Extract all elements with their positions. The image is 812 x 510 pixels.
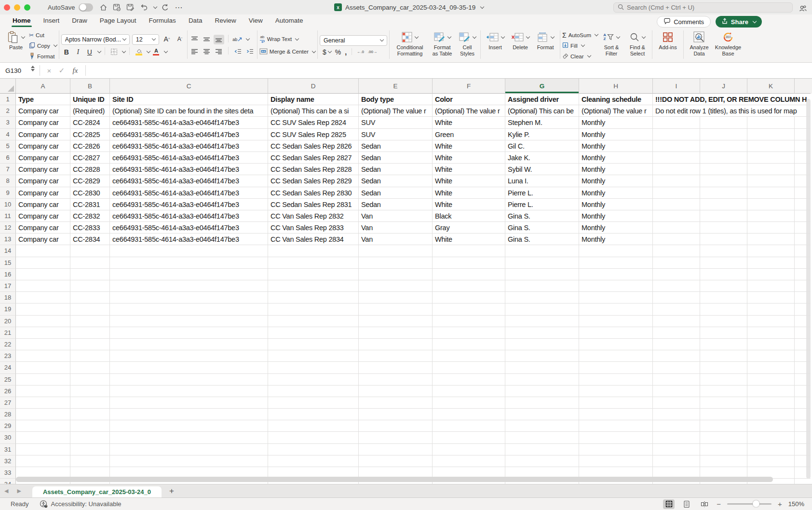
- autosave-toggle[interactable]: [79, 3, 93, 12]
- normal-view-button[interactable]: [663, 499, 675, 509]
- cell-G32[interactable]: [505, 455, 579, 467]
- cell-F6[interactable]: White: [433, 152, 505, 164]
- cell-F29[interactable]: [433, 420, 505, 432]
- cell-B8[interactable]: CC-2829: [70, 175, 110, 187]
- cell-D31[interactable]: [268, 444, 359, 455]
- cell-C2[interactable]: (Optional) Site ID can be found in the s…: [110, 105, 268, 117]
- cell-F19[interactable]: [433, 303, 505, 315]
- cell-B31[interactable]: [70, 444, 110, 455]
- people-icon[interactable]: [798, 3, 808, 14]
- cell-I16[interactable]: [653, 269, 700, 280]
- cell-K15[interactable]: [747, 257, 795, 269]
- cell-H25[interactable]: [579, 374, 653, 386]
- select-all-corner[interactable]: [0, 79, 16, 94]
- cell-H8[interactable]: Monthly: [579, 175, 653, 187]
- cell-K23[interactable]: [747, 350, 795, 362]
- cell-D5[interactable]: CC Sedan Sales Rep 2826: [268, 140, 359, 152]
- cell-E19[interactable]: [359, 303, 433, 315]
- cell-E32[interactable]: [359, 455, 433, 467]
- home-icon[interactable]: [98, 1, 108, 13]
- cell-J32[interactable]: [700, 455, 747, 467]
- search-box[interactable]: [613, 2, 793, 13]
- cell-A16[interactable]: [16, 269, 70, 280]
- col-header-I[interactable]: I: [653, 79, 700, 94]
- cell-C19[interactable]: [110, 303, 268, 315]
- cell-C9[interactable]: ce664931-585c-4614-a3a3-e0464f147be3: [110, 187, 268, 199]
- cell-B24[interactable]: [70, 362, 110, 373]
- decrease-font-size-button[interactable]: Aˇ: [175, 34, 185, 44]
- cell-B21[interactable]: [70, 327, 110, 339]
- cell-G23[interactable]: [505, 350, 579, 362]
- cell-G20[interactable]: [505, 316, 579, 327]
- cell-J14[interactable]: [700, 245, 747, 257]
- cell-E25[interactable]: [359, 374, 433, 386]
- more-commands-icon[interactable]: ⋯: [173, 1, 184, 13]
- cell-J25[interactable]: [700, 374, 747, 386]
- cell-H24[interactable]: [579, 362, 653, 373]
- cell-A21[interactable]: [16, 327, 70, 339]
- cell-D26[interactable]: [268, 386, 359, 397]
- increase-indent-button[interactable]: [244, 47, 255, 56]
- row-header-23[interactable]: 23: [0, 350, 16, 362]
- tab-insert[interactable]: Insert: [37, 15, 66, 28]
- cell-F22[interactable]: [433, 339, 505, 350]
- row-header-9[interactable]: 9: [0, 187, 16, 199]
- cell-J28[interactable]: [700, 409, 747, 420]
- cell-K10[interactable]: [747, 199, 795, 210]
- cell-E15[interactable]: [359, 257, 433, 269]
- number-format-combo[interactable]: General: [320, 35, 387, 46]
- cell-D20[interactable]: [268, 316, 359, 327]
- cell-A24[interactable]: [16, 362, 70, 373]
- cell-J4[interactable]: [700, 129, 747, 140]
- fill-color-button[interactable]: [134, 47, 144, 57]
- undo-dropdown-chevron[interactable]: [153, 4, 157, 8]
- horizontal-scrollbar[interactable]: [16, 477, 773, 482]
- insert-function-icon[interactable]: fx: [68, 67, 82, 75]
- cell-J18[interactable]: [700, 292, 747, 303]
- cell-G27[interactable]: [505, 397, 579, 409]
- cell-F17[interactable]: [433, 280, 505, 292]
- cell-E26[interactable]: [359, 386, 433, 397]
- cell-D9[interactable]: CC Sedan Sales Rep 2830: [268, 187, 359, 199]
- cell-D21[interactable]: [268, 327, 359, 339]
- cell-J3[interactable]: [700, 117, 747, 128]
- cell-B26[interactable]: [70, 386, 110, 397]
- underline-button[interactable]: U: [84, 47, 95, 57]
- tab-draw[interactable]: Draw: [66, 15, 94, 28]
- row-header-12[interactable]: 12: [0, 222, 16, 234]
- cell-C23[interactable]: [110, 350, 268, 362]
- fill-button[interactable]: Fill: [562, 41, 598, 51]
- cell-B6[interactable]: CC-2827: [70, 152, 110, 164]
- cell-B11[interactable]: CC-2832: [70, 210, 110, 222]
- cell-C16[interactable]: [110, 269, 268, 280]
- cell-J22[interactable]: [700, 339, 747, 350]
- cell-B12[interactable]: CC-2833: [70, 222, 110, 234]
- cell-J20[interactable]: [700, 316, 747, 327]
- cell-G8[interactable]: Luna I.: [505, 175, 579, 187]
- cell-F14[interactable]: [433, 245, 505, 257]
- cell-C14[interactable]: [110, 245, 268, 257]
- cell-B27[interactable]: [70, 397, 110, 409]
- cell-J5[interactable]: [700, 140, 747, 152]
- cell-F11[interactable]: Black: [433, 210, 505, 222]
- cell-I30[interactable]: [653, 432, 700, 443]
- cell-E31[interactable]: [359, 444, 433, 455]
- cell-K11[interactable]: [747, 210, 795, 222]
- orientation-dropdown-chevron[interactable]: [246, 37, 250, 41]
- cell-G14[interactable]: [505, 245, 579, 257]
- minimize-window-button[interactable]: [14, 4, 20, 11]
- orientation-button[interactable]: ab: [232, 35, 243, 44]
- cell-F2[interactable]: (Optional) The value r: [433, 105, 505, 117]
- zoom-out-button[interactable]: −: [717, 500, 721, 508]
- format-painter-button[interactable]: Format: [29, 51, 57, 61]
- cell-D16[interactable]: [268, 269, 359, 280]
- cancel-entry-icon[interactable]: ×: [43, 67, 55, 75]
- font-name-combo[interactable]: Aptos Narrow (Bod...: [61, 34, 130, 45]
- cell-B4[interactable]: CC-2825: [70, 129, 110, 140]
- cell-A22[interactable]: [16, 339, 70, 350]
- cell-K13[interactable]: [747, 234, 795, 245]
- sort-filter-button[interactable]: AZ Sort & Filter: [599, 29, 624, 57]
- title-dropdown-chevron[interactable]: [480, 4, 484, 8]
- cell-I4[interactable]: [653, 129, 700, 140]
- row-header-3[interactable]: 3: [0, 117, 16, 128]
